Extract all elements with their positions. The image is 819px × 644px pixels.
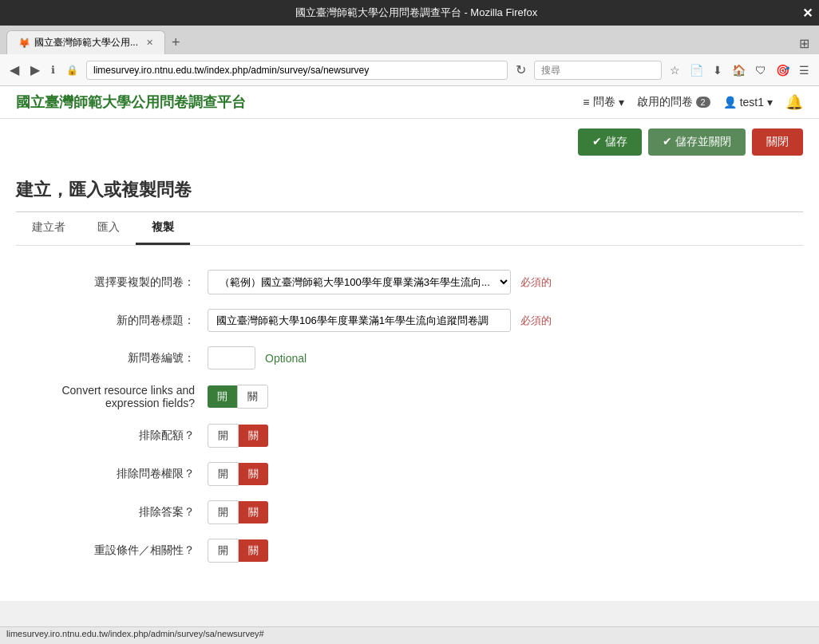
new-id-label: 新問卷編號：	[16, 351, 208, 365]
exclude-quota-toggle-off[interactable]: 關	[239, 425, 268, 447]
new-title-row: 新的問卷標題： 必須的	[16, 309, 803, 332]
new-id-row: 新問卷編號： Optional	[16, 346, 803, 369]
active-surveys-label: 啟用的問卷	[637, 95, 693, 109]
tab-bar: 🦊 國立臺灣師範大學公用... ✕ + ⊞	[0, 26, 819, 54]
browser-grid-button[interactable]: ⊞	[796, 33, 813, 54]
select-survey-row: 選擇要複製的問卷： （範例）國立臺灣師範大學100學年度畢業滿3年學生流向...…	[16, 270, 803, 294]
app-logo[interactable]: 國立臺灣師範大學公用問卷調查平台	[16, 93, 246, 112]
address-bar: ◀ ▶ ℹ 🔒 ↻ ☆ 📄 ⬇ 🏠 🛡 🎯 ☰	[0, 54, 819, 86]
surveys-nav[interactable]: ≡ 問卷 ▾	[583, 95, 623, 109]
notification-bell[interactable]: 🔔	[785, 93, 803, 111]
exclude-quota-label: 排除配額？	[16, 429, 208, 443]
select-survey-label: 選擇要複製的問卷：	[16, 275, 208, 290]
exclude-perms-toggle-off[interactable]: 關	[239, 463, 268, 485]
reset-conditions-label: 重設條件／相關性？	[16, 543, 208, 558]
convert-toggle: 開 關	[208, 385, 268, 409]
surveys-dropdown-icon: ▾	[619, 96, 624, 109]
user-icon: 👤	[723, 96, 737, 109]
surveys-icon: ≡	[583, 96, 589, 109]
convert-toggle-on[interactable]: 開	[208, 385, 237, 408]
info-button[interactable]: ℹ	[48, 61, 58, 79]
page-content: 建立，匯入或複製問卷 建立者 匯入 複製 選擇要複製的問卷： （範例）國立臺灣師…	[0, 165, 819, 601]
download-button[interactable]: ⬇	[710, 61, 726, 80]
exclude-answers-toggle-on[interactable]: 開	[208, 500, 239, 524]
close-window-button[interactable]: ✕	[802, 6, 813, 21]
back-button[interactable]: ◀	[6, 59, 22, 81]
browser-tab[interactable]: 🦊 國立臺灣師範大學公用... ✕	[6, 30, 165, 54]
browser-actions: ☆ 📄 ⬇ 🏠 🛡 🎯 ☰	[667, 61, 813, 80]
exclude-perms-toggle-on[interactable]: 開	[208, 462, 239, 486]
home-button[interactable]: 🏠	[729, 61, 749, 80]
new-id-input[interactable]	[208, 346, 255, 369]
header-nav: ≡ 問卷 ▾ 啟用的問卷 2 👤 test1 ▾ 🔔	[583, 93, 803, 111]
exclude-quota-row: 排除配額？ 開 關	[16, 424, 803, 448]
tab-copy[interactable]: 複製	[136, 212, 190, 245]
new-title-label: 新的問卷標題：	[16, 314, 208, 328]
forward-button[interactable]: ▶	[27, 59, 43, 81]
select-survey-dropdown[interactable]: （範例）國立臺灣師範大學100學年度畢業滿3年學生流向...	[208, 270, 511, 294]
shield-button[interactable]: 🛡	[752, 61, 770, 80]
reset-conditions-row: 重設條件／相關性？ 開 關	[16, 539, 803, 563]
copy-form: 選擇要複製的問卷： （範例）國立臺灣師範大學100學年度畢業滿3年學生流向...…	[16, 262, 803, 585]
exclude-answers-toggle: 開 關	[208, 500, 268, 524]
tab-close-button[interactable]: ✕	[146, 38, 153, 48]
reload-button[interactable]: ↻	[512, 59, 529, 81]
app-container: 國立臺灣師範大學公用問卷調查平台 ≡ 問卷 ▾ 啟用的問卷 2 👤 test1 …	[0, 86, 819, 601]
reader-view-button[interactable]: 📄	[686, 61, 706, 80]
active-surveys-nav[interactable]: 啟用的問卷 2	[637, 95, 710, 109]
optional-label: Optional	[265, 352, 307, 365]
convert-label: Convert resource links and expression fi…	[16, 384, 208, 409]
new-tab-button[interactable]: +	[165, 30, 187, 54]
tab-create[interactable]: 建立者	[16, 212, 81, 245]
status-bar: limesurvey.iro.ntnu.edu.tw/index.php/adm…	[0, 626, 819, 644]
convert-row: Convert resource links and expression fi…	[16, 384, 803, 409]
pocket-button[interactable]: 🎯	[773, 61, 793, 80]
exclude-answers-toggle-off[interactable]: 關	[239, 501, 268, 523]
username-label: test1	[740, 96, 764, 109]
surveys-label: 問卷	[593, 95, 615, 109]
exclude-perms-label: 排除問卷權限？	[16, 467, 208, 481]
close-button[interactable]: 關閉	[752, 128, 803, 156]
page-title: 建立，匯入或複製問卷	[16, 165, 803, 212]
bookmark-star-button[interactable]: ☆	[667, 61, 683, 80]
exclude-perms-row: 排除問卷權限？ 開 關	[16, 462, 803, 486]
browser-chrome: 🦊 國立臺灣師範大學公用... ✕ + ⊞ ◀ ▶ ℹ 🔒 ↻ ☆ 📄 ⬇ 🏠 …	[0, 26, 819, 86]
new-title-required: 必須的	[520, 314, 552, 328]
reset-conditions-toggle-on[interactable]: 開	[208, 539, 239, 563]
address-lock-icon: 🔒	[63, 61, 81, 79]
select-survey-required: 必須的	[520, 275, 552, 290]
app-header: 國立臺灣師範大學公用問卷調查平台 ≡ 問卷 ▾ 啟用的問卷 2 👤 test1 …	[0, 86, 819, 119]
titlebar: 國立臺灣師範大學公用問卷調查平台 - Mozilla Firefox ✕	[0, 0, 819, 26]
search-input[interactable]	[534, 61, 662, 80]
menu-button[interactable]: ☰	[796, 61, 813, 80]
convert-toggle-off[interactable]: 關	[237, 385, 268, 409]
exclude-quota-toggle-on[interactable]: 開	[208, 424, 239, 448]
titlebar-title: 國立臺灣師範大學公用問卷調查平台 - Mozilla Firefox	[30, 6, 802, 20]
exclude-perms-toggle: 開 關	[208, 462, 268, 486]
status-url: limesurvey.iro.ntnu.edu.tw/index.php/adm…	[6, 629, 264, 638]
exclude-answers-row: 排除答案？ 開 關	[16, 500, 803, 524]
save-close-button[interactable]: ✔ 儲存並關閉	[648, 128, 746, 156]
save-button[interactable]: ✔ 儲存	[578, 128, 642, 156]
tab-navigation: 建立者 匯入 複製	[16, 212, 803, 246]
reset-conditions-toggle: 開 關	[208, 539, 268, 563]
exclude-answers-label: 排除答案？	[16, 505, 208, 520]
user-dropdown-icon: ▾	[767, 96, 773, 109]
address-input[interactable]	[86, 61, 508, 80]
toolbar: ✔ 儲存 ✔ 儲存並關閉 關閉	[0, 119, 819, 165]
tab-title: 國立臺灣師範大學公用...	[34, 36, 138, 49]
exclude-quota-toggle: 開 關	[208, 424, 268, 448]
favicon-icon: 🦊	[18, 38, 30, 49]
reset-conditions-toggle-off[interactable]: 關	[239, 539, 268, 562]
user-nav[interactable]: 👤 test1 ▾	[723, 96, 773, 109]
active-surveys-badge: 2	[696, 97, 710, 108]
new-title-input[interactable]	[208, 309, 511, 332]
tab-import[interactable]: 匯入	[81, 212, 136, 245]
